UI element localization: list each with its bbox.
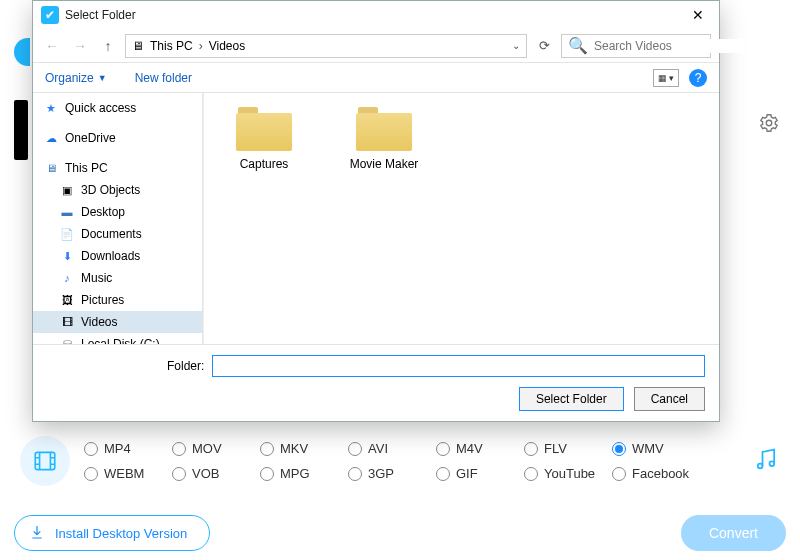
settings-gear-icon[interactable] xyxy=(758,112,780,138)
tree-documents[interactable]: 📄Documents xyxy=(33,223,202,245)
format-option-3gp[interactable]: 3GP xyxy=(348,466,432,481)
address-dropdown-icon[interactable]: ⌄ xyxy=(512,40,520,51)
folder-label: Captures xyxy=(224,157,304,171)
tree-quick-access[interactable]: ★Quick access xyxy=(33,97,202,119)
nav-forward-icon[interactable]: → xyxy=(69,38,91,54)
svg-rect-1 xyxy=(35,452,55,469)
format-option-flv[interactable]: FLV xyxy=(524,441,608,456)
tree-pictures[interactable]: 🖼Pictures xyxy=(33,289,202,311)
radio-icon xyxy=(260,442,274,456)
select-folder-button[interactable]: Select Folder xyxy=(519,387,624,411)
nav-tree: ★Quick access ☁OneDrive 🖥This PC ▣3D Obj… xyxy=(33,93,203,344)
radio-icon xyxy=(436,442,450,456)
tree-downloads[interactable]: ⬇Downloads xyxy=(33,245,202,267)
cancel-button[interactable]: Cancel xyxy=(634,387,705,411)
format-label: Facebook xyxy=(632,466,689,481)
tree-this-pc[interactable]: 🖥This PC xyxy=(33,157,202,179)
format-option-mkv[interactable]: MKV xyxy=(260,441,344,456)
format-option-m4v[interactable]: M4V xyxy=(436,441,520,456)
format-option-avi[interactable]: AVI xyxy=(348,441,432,456)
format-option-webm[interactable]: WEBM xyxy=(84,466,168,481)
tree-3d-objects[interactable]: ▣3D Objects xyxy=(33,179,202,201)
bg-dark-panel xyxy=(14,100,28,160)
folder-content-area[interactable]: CapturesMovie Maker xyxy=(203,93,719,344)
breadcrumb-root[interactable]: This PC xyxy=(150,39,193,53)
dialog-title: Select Folder xyxy=(65,8,136,22)
folder-name-input[interactable] xyxy=(212,355,705,377)
cube-icon: ▣ xyxy=(59,183,75,197)
search-input[interactable] xyxy=(594,39,744,53)
format-label: 3GP xyxy=(368,466,394,481)
format-label: MP4 xyxy=(104,441,131,456)
music-icon[interactable] xyxy=(752,445,780,477)
format-option-youtube[interactable]: YouTube xyxy=(524,466,608,481)
format-option-mp4[interactable]: MP4 xyxy=(84,441,168,456)
pc-icon: 🖥 xyxy=(132,39,144,53)
tree-desktop[interactable]: ▬Desktop xyxy=(33,201,202,223)
radio-icon xyxy=(172,467,186,481)
organize-menu[interactable]: Organize ▼ xyxy=(45,71,107,85)
new-folder-button[interactable]: New folder xyxy=(135,71,192,85)
close-icon[interactable]: ✕ xyxy=(685,7,711,23)
tree-onedrive[interactable]: ☁OneDrive xyxy=(33,127,202,149)
format-option-facebook[interactable]: Facebook xyxy=(612,466,696,481)
view-mode-button[interactable]: ▦ ▾ xyxy=(653,69,679,87)
search-icon: 🔍 xyxy=(568,36,588,55)
radio-icon xyxy=(84,467,98,481)
format-label: M4V xyxy=(456,441,483,456)
format-label: WMV xyxy=(632,441,664,456)
video-format-icon xyxy=(20,436,70,486)
install-label: Install Desktop Version xyxy=(55,526,187,541)
format-option-gif[interactable]: GIF xyxy=(436,466,520,481)
refresh-icon[interactable]: ⟳ xyxy=(533,38,555,53)
folder-field-label: Folder: xyxy=(167,359,204,373)
format-label: MKV xyxy=(280,441,308,456)
format-label: YouTube xyxy=(544,466,595,481)
format-label: MPG xyxy=(280,466,310,481)
download-icon xyxy=(29,524,45,543)
help-icon[interactable]: ? xyxy=(689,69,707,87)
organize-label: Organize xyxy=(45,71,94,85)
radio-icon xyxy=(612,467,626,481)
address-bar[interactable]: 🖥 This PC › Videos ⌄ xyxy=(125,34,527,58)
install-desktop-button[interactable]: Install Desktop Version xyxy=(14,515,210,551)
format-option-wmv[interactable]: WMV xyxy=(612,441,696,456)
format-option-vob[interactable]: VOB xyxy=(172,466,256,481)
tree-music[interactable]: ♪Music xyxy=(33,267,202,289)
chevron-right-icon: › xyxy=(199,39,203,53)
folder-label: Movie Maker xyxy=(344,157,424,171)
disk-icon: ⛁ xyxy=(59,337,75,344)
video-icon: 🎞 xyxy=(59,315,75,329)
breadcrumb-current[interactable]: Videos xyxy=(209,39,245,53)
format-label: WEBM xyxy=(104,466,144,481)
cloud-icon: ☁ xyxy=(43,131,59,145)
radio-icon xyxy=(524,467,538,481)
tree-videos[interactable]: 🎞Videos xyxy=(33,311,202,333)
select-folder-dialog: ✔ Select Folder ✕ ← → ↑ 🖥 This PC › Vide… xyxy=(32,0,720,422)
nav-up-icon[interactable]: ↑ xyxy=(97,38,119,54)
folder-item[interactable]: Captures xyxy=(224,107,304,171)
svg-point-3 xyxy=(770,461,775,466)
format-label: AVI xyxy=(368,441,388,456)
format-label: MOV xyxy=(192,441,222,456)
bg-accent-shape xyxy=(14,38,30,66)
tree-local-disk[interactable]: ⛁Local Disk (C:) xyxy=(33,333,202,344)
search-field[interactable]: 🔍 xyxy=(561,34,711,58)
format-label: VOB xyxy=(192,466,219,481)
folder-icon xyxy=(356,107,412,151)
svg-point-2 xyxy=(758,464,763,469)
pc-icon: 🖥 xyxy=(43,161,59,175)
radio-icon xyxy=(348,442,362,456)
document-icon: 📄 xyxy=(59,227,75,241)
radio-icon xyxy=(260,467,274,481)
folder-icon xyxy=(236,107,292,151)
radio-icon xyxy=(436,467,450,481)
format-option-mov[interactable]: MOV xyxy=(172,441,256,456)
folder-item[interactable]: Movie Maker xyxy=(344,107,424,171)
format-option-mpg[interactable]: MPG xyxy=(260,466,344,481)
picture-icon: 🖼 xyxy=(59,293,75,307)
convert-button[interactable]: Convert xyxy=(681,515,786,551)
radio-icon xyxy=(348,467,362,481)
nav-back-icon[interactable]: ← xyxy=(41,38,63,54)
radio-icon xyxy=(172,442,186,456)
